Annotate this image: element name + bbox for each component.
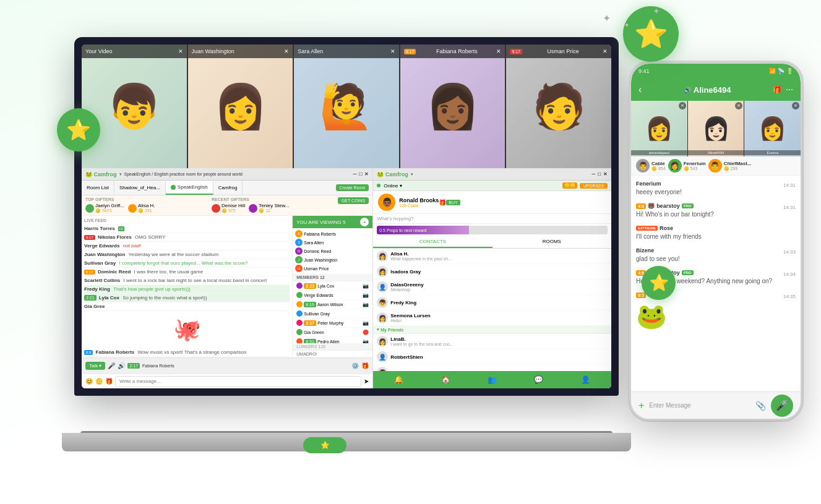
nav-profile-icon[interactable]: 👤	[581, 375, 590, 384]
feed-user-10: Fabiana Roberts	[96, 349, 135, 355]
gifter-1-info: Jaelyn Griff... 🪙 5473	[95, 203, 124, 213]
nav-home-icon[interactable]: 🏠	[441, 375, 450, 384]
user-badge-bottom: 2:17	[127, 363, 140, 369]
video-close-3[interactable]: ✕	[390, 48, 395, 54]
octopus-section: 🐙	[84, 311, 290, 348]
talk-button[interactable]: Talk ▾	[85, 362, 105, 370]
friends-header: ▾ My Friends	[373, 326, 611, 334]
video-close-2[interactable]: ✕	[284, 48, 289, 54]
video-label-1: Your Video	[85, 48, 113, 54]
emoji-coin[interactable]: 🪙	[95, 378, 103, 385]
get-coins-button[interactable]: GET COINS	[338, 197, 369, 204]
upgrade-button[interactable]: UPGRADE	[580, 183, 608, 189]
recent-gifter-1-name: Denise Hill	[221, 203, 245, 208]
phone-menu-icon[interactable]: ⋯	[786, 85, 793, 94]
feed-item-5: 8:17 Dominic Reed I was there too, the u…	[84, 268, 290, 276]
tab-room-list[interactable]: Room List	[82, 181, 114, 195]
video-tab-3: Sara Allen ✕	[294, 45, 399, 58]
members-count-header: MEMBERS 12	[293, 274, 372, 281]
feed-msg-8: So jumping to the music what a sport))	[123, 295, 207, 301]
bar-info-1: Fenerium 🪙 543	[684, 161, 706, 171]
message-input-left[interactable]	[115, 376, 361, 387]
tab-contacts[interactable]: CONTACTS	[373, 236, 492, 248]
send-icon[interactable]: ➤	[364, 378, 369, 385]
online-dot	[377, 184, 380, 187]
feed-item-4: Sullivan Gray I completely forgot that o…	[84, 259, 290, 268]
gifter-1-name: Jaelyn Griff...	[95, 203, 124, 208]
emoji-smiley[interactable]: 😊	[85, 378, 93, 385]
tab-camfrog[interactable]: Camfrog	[213, 181, 243, 195]
video-close-4[interactable]: ✕	[496, 48, 501, 54]
member-2-cam: 📷	[363, 302, 369, 307]
settings-icon[interactable]: ⚙️	[351, 362, 359, 369]
create-room-button[interactable]: Create Room	[336, 184, 369, 191]
phone-gift-icon[interactable]: 🎁	[773, 85, 782, 94]
member-1-avatar	[296, 292, 303, 298]
phone-sender-name-1: bearstoy	[656, 203, 680, 209]
feed-user-5: Dominic Reed	[98, 269, 131, 275]
video-label-5: Usman Price	[547, 48, 579, 54]
feed-item-8: 2:21 Lyla Cox So jumping to the music wh…	[84, 294, 290, 302]
friend-0-avatar: 👩	[377, 336, 388, 347]
members-panel: YOU ARE VIEWING 5 + F Fabiana Roberts	[292, 216, 372, 357]
friend-1-name: RobbertShien	[390, 354, 423, 360]
video-close-5[interactable]: ✕	[603, 48, 608, 54]
gifter-2: Alisa H. 🪙 231	[128, 203, 155, 213]
video-bg-4: 👩🏾	[400, 45, 505, 168]
phone-back-icon[interactable]: ‹	[638, 84, 642, 95]
recent-gifter-2-info: Tenley Stew... 🪙 12	[259, 203, 289, 213]
bar-name-0: Cable	[651, 161, 666, 166]
gifter-2-info: Alisa H. 🪙 231	[138, 203, 155, 213]
video-close-1[interactable]: ✕	[178, 48, 183, 54]
tab-speak-english[interactable]: SpeakEnglish	[166, 181, 213, 195]
nav-people-icon[interactable]: 👥	[488, 375, 497, 384]
bottom-coin-badge: ⭐	[303, 437, 346, 453]
mic-icon[interactable]: 🎤	[108, 362, 115, 369]
phone-attachment-icon[interactable]: 📎	[755, 401, 766, 411]
coins-display: 🪙🪙	[562, 182, 577, 189]
gift-icon[interactable]: 🎁	[361, 362, 369, 369]
phone-video-close-0[interactable]: ✕	[679, 102, 686, 109]
phone-mic-button[interactable]: 🎤	[771, 395, 793, 417]
phone-sender-3: Bizene	[636, 247, 654, 254]
phone-sender-name-3: Bizene	[636, 247, 654, 254]
nav-chat-icon[interactable]: 💬	[534, 375, 543, 384]
video-label-4: Fabiana Roberts	[436, 48, 478, 54]
member-1: Verge Edwards 📷	[293, 291, 372, 300]
tab-shadow[interactable]: Shadow_of_Hea...	[114, 181, 166, 195]
video-bg-5: 🧑	[506, 45, 611, 168]
feed-msg-4: I completely forgot that ours played... …	[119, 260, 247, 266]
contact-3-avatar: 👦	[377, 297, 388, 308]
maximize-btn-right[interactable]: □	[598, 171, 601, 177]
recent-gifter-1-coins: 🪙 975	[221, 208, 245, 213]
member-0-avatar	[296, 283, 303, 289]
phone-video-person-1: 👩🏻	[702, 116, 730, 142]
phone-msg-3: Bizene 14:33 glad to see you!	[636, 247, 796, 263]
gift-icon-ronald[interactable]: 🎁	[439, 199, 446, 206]
volume-icon[interactable]: 🔊	[118, 362, 125, 369]
close-btn-right[interactable]: ✕	[603, 171, 608, 177]
phone-message-input[interactable]: Enter Message	[649, 402, 750, 409]
contact-2-tag: Melanholy	[390, 288, 423, 292]
sparkle-1: ✦	[603, 12, 611, 24]
ronald-name: Ronald Brooks	[399, 197, 439, 203]
members-list: 2:23 Lyla Cox 📷 Verge Edwards 📷	[293, 281, 372, 343]
buy-badge[interactable]: BUY	[446, 200, 460, 205]
close-btn-left[interactable]: ✕	[364, 171, 369, 177]
minimize-btn-right[interactable]: ─	[591, 171, 595, 177]
minimize-btn-left[interactable]: ─	[353, 171, 357, 177]
member-0-cam: 📷	[363, 283, 369, 289]
ronald-avatar: 👨🏾	[378, 194, 395, 211]
phone-video-close-2[interactable]: ✕	[792, 102, 799, 109]
feed-user-6: Scarlett Collins	[84, 278, 120, 283]
room-title-left: ▾	[119, 172, 122, 177]
friend-1-info: RobbertShien	[390, 354, 423, 360]
phone-header-actions: 🎁 ⋯	[773, 85, 793, 94]
emoji-gift[interactable]: 🎁	[105, 378, 113, 385]
nav-bell-icon[interactable]: 🔔	[394, 375, 403, 384]
phone-add-icon[interactable]: +	[638, 400, 644, 411]
contact-3-name: Fredy King	[390, 300, 416, 305]
tab-rooms[interactable]: ROOMS	[492, 236, 611, 248]
maximize-btn-left[interactable]: □	[359, 171, 362, 177]
add-viewer-btn[interactable]: +	[360, 218, 369, 226]
